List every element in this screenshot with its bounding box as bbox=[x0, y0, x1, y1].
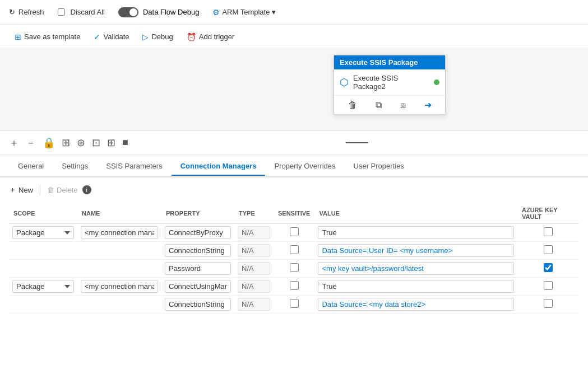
validate-icon: ✓ bbox=[94, 32, 100, 41]
type-input bbox=[238, 244, 270, 257]
tab-connection-managers[interactable]: Connection Managers bbox=[172, 157, 266, 176]
tab-ssis-parameters[interactable]: SSIS Parameters bbox=[97, 157, 171, 176]
arm-icon: ⚙ bbox=[212, 8, 220, 17]
sensitive-checkbox[interactable] bbox=[290, 299, 299, 308]
delete-button[interactable]: 🗑 Delete bbox=[47, 186, 78, 194]
discard-all-checkbox[interactable] bbox=[58, 8, 65, 16]
value-input[interactable] bbox=[318, 262, 514, 275]
table-row: Package bbox=[9, 278, 579, 296]
debug-button[interactable]: ▷ Debug bbox=[137, 30, 178, 44]
col-type-header: TYPE bbox=[234, 203, 274, 224]
type-input bbox=[238, 226, 270, 239]
arm-chevron-icon: ▾ bbox=[272, 8, 276, 16]
property-input[interactable] bbox=[165, 244, 231, 257]
scope-select[interactable]: Package bbox=[12, 280, 74, 293]
col-sensitive-header: SENSITIVE bbox=[274, 203, 314, 224]
type-input bbox=[238, 280, 270, 293]
type-input bbox=[238, 298, 270, 311]
add-trigger-button[interactable]: ⏰ Add trigger bbox=[181, 30, 240, 44]
azure-key-vault-checkbox[interactable] bbox=[544, 227, 553, 236]
add-trigger-label: Add trigger bbox=[199, 32, 235, 41]
value-input[interactable] bbox=[318, 298, 514, 311]
debug-icon: ▷ bbox=[142, 32, 149, 41]
table-row bbox=[9, 296, 579, 313]
dataflow-debug-group: Data Flow Debug bbox=[118, 7, 199, 17]
sensitive-checkbox[interactable] bbox=[290, 227, 299, 236]
sensitive-checkbox[interactable] bbox=[290, 245, 299, 254]
value-input[interactable] bbox=[318, 280, 514, 293]
sensitive-checkbox[interactable] bbox=[290, 281, 299, 290]
action-bar: ＋ New 🗑 Delete i bbox=[9, 184, 579, 195]
canvas-area[interactable]: Execute SSIS Package ⬡ Execute SSIS Pack… bbox=[0, 49, 588, 130]
tab-user-properties[interactable]: User Properties bbox=[345, 157, 413, 176]
delete-trash-icon: 🗑 bbox=[47, 186, 54, 194]
scope-select[interactable]: Package bbox=[12, 226, 74, 239]
node-arrow-action[interactable]: ➜ bbox=[422, 99, 434, 111]
refresh-icon: ↻ bbox=[9, 8, 15, 16]
col-property-header: PROPERTY bbox=[161, 203, 234, 224]
top-toolbar: ↻ Refresh Discard All Data Flow Debug ⚙ … bbox=[0, 0, 588, 25]
azure-key-vault-checkbox[interactable] bbox=[544, 299, 553, 308]
node-copy-action[interactable]: ⧉ bbox=[373, 99, 384, 111]
arm-template-button[interactable]: ⚙ ARM Template ▾ bbox=[212, 8, 276, 17]
more-button[interactable]: ■ bbox=[122, 137, 128, 148]
property-input[interactable] bbox=[165, 226, 231, 239]
secondary-toolbar: ⊞ Save as template ✓ Validate ▷ Debug ⏰ … bbox=[0, 25, 588, 49]
type-input bbox=[238, 262, 270, 275]
col-name-header: NAME bbox=[77, 203, 161, 224]
tab-property-overrides[interactable]: Property Overrides bbox=[265, 157, 344, 176]
search-button[interactable]: ⊕ bbox=[77, 137, 85, 149]
node-header: Execute SSIS Package bbox=[334, 55, 445, 69]
azure-key-vault-checkbox[interactable] bbox=[544, 245, 553, 254]
property-input[interactable] bbox=[165, 262, 231, 275]
grid-button[interactable]: ⊞ bbox=[107, 137, 115, 149]
add-button[interactable]: ＋ bbox=[9, 136, 19, 149]
value-input[interactable] bbox=[318, 244, 514, 257]
add-trigger-icon: ⏰ bbox=[187, 32, 196, 41]
save-as-template-label: Save as template bbox=[24, 32, 80, 41]
node-clone-action[interactable]: ⧇ bbox=[398, 99, 408, 111]
node-status-indicator bbox=[434, 79, 439, 85]
info-icon[interactable]: i bbox=[82, 185, 91, 194]
dataflow-debug-toggle[interactable] bbox=[118, 7, 138, 17]
remove-button[interactable]: － bbox=[26, 136, 36, 149]
azure-key-vault-checkbox[interactable] bbox=[544, 281, 553, 290]
lock-button[interactable]: 🔒 bbox=[43, 137, 55, 149]
property-input[interactable] bbox=[165, 298, 231, 311]
dataflow-debug-label: Data Flow Debug bbox=[143, 8, 199, 16]
name-input[interactable] bbox=[81, 226, 158, 239]
refresh-label: Refresh bbox=[18, 8, 44, 16]
arm-template-label: ARM Template bbox=[222, 8, 270, 16]
save-template-icon: ⊞ bbox=[15, 32, 21, 41]
node-delete-action[interactable]: 🗑 bbox=[346, 99, 359, 111]
value-input[interactable] bbox=[318, 226, 514, 239]
refresh-button[interactable]: ↻ Refresh bbox=[9, 8, 44, 16]
tabs-bar: GeneralSettingsSSIS ParametersConnection… bbox=[0, 155, 588, 177]
node-actions: 🗑 ⧉ ⧇ ➜ bbox=[334, 96, 445, 114]
discard-all-group: Discard All bbox=[58, 8, 105, 16]
ssis-package-node[interactable]: Execute SSIS Package ⬡ Execute SSIS Pack… bbox=[334, 55, 446, 115]
table-row bbox=[9, 242, 579, 260]
azure-key-vault-checkbox[interactable] bbox=[544, 263, 553, 272]
sensitive-checkbox[interactable] bbox=[290, 263, 299, 272]
col-kv-header: AZURE KEY VAULT bbox=[517, 203, 579, 224]
name-input[interactable] bbox=[81, 280, 158, 293]
discard-all-label: Discard All bbox=[71, 8, 105, 16]
new-button[interactable]: ＋ New bbox=[9, 185, 33, 195]
save-as-template-button[interactable]: ⊞ Save as template bbox=[9, 30, 86, 44]
validate-button[interactable]: ✓ Validate bbox=[88, 30, 135, 44]
divider bbox=[346, 142, 368, 143]
validate-label: Validate bbox=[103, 32, 129, 41]
tab-general[interactable]: General bbox=[9, 157, 53, 176]
property-input[interactable] bbox=[165, 280, 231, 293]
tab-settings[interactable]: Settings bbox=[53, 157, 97, 176]
table-row: Package bbox=[9, 224, 579, 242]
content-area: ＋ New 🗑 Delete i SCOPE NAME PROPERTY TYP… bbox=[0, 177, 588, 320]
table-header-row: SCOPE NAME PROPERTY TYPE SENSITIVE VALUE… bbox=[9, 203, 579, 224]
qr-button[interactable]: ⊞ bbox=[62, 137, 70, 149]
col-scope-header: SCOPE bbox=[9, 203, 77, 224]
col-value-header: VALUE bbox=[314, 203, 517, 224]
table-row bbox=[9, 260, 579, 278]
select-button[interactable]: ⊡ bbox=[92, 137, 100, 149]
connection-managers-table: SCOPE NAME PROPERTY TYPE SENSITIVE VALUE… bbox=[9, 203, 579, 313]
